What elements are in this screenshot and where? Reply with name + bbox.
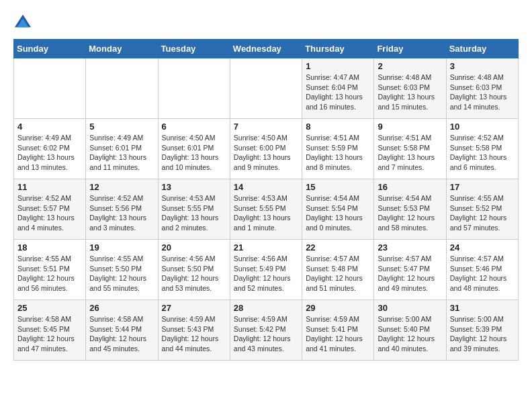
calendar-cell: 27Sunrise: 4:59 AM Sunset: 5:43 PM Dayli… <box>158 300 230 361</box>
day-info: Sunrise: 4:55 AM Sunset: 5:52 PM Dayligh… <box>450 193 515 233</box>
calendar-cell <box>158 58 230 119</box>
day-info: Sunrise: 4:50 AM Sunset: 6:00 PM Dayligh… <box>234 133 298 173</box>
day-info: Sunrise: 4:54 AM Sunset: 5:53 PM Dayligh… <box>378 193 442 233</box>
day-number: 20 <box>162 242 226 253</box>
calendar-cell: 23Sunrise: 4:57 AM Sunset: 5:47 PM Dayli… <box>374 240 446 300</box>
day-number: 5 <box>89 122 154 132</box>
day-number: 19 <box>89 242 154 253</box>
logo-icon <box>13 13 32 32</box>
day-info: Sunrise: 4:57 AM Sunset: 5:48 PM Dayligh… <box>306 254 370 293</box>
day-number: 28 <box>234 303 298 313</box>
day-number: 21 <box>234 242 298 253</box>
day-info: Sunrise: 4:58 AM Sunset: 5:44 PM Dayligh… <box>89 314 154 354</box>
day-number: 25 <box>17 303 82 313</box>
day-info: Sunrise: 4:47 AM Sunset: 6:04 PM Dayligh… <box>306 73 370 112</box>
calendar-cell: 8Sunrise: 4:51 AM Sunset: 5:59 PM Daylig… <box>302 119 374 179</box>
calendar-cell: 28Sunrise: 4:59 AM Sunset: 5:42 PM Dayli… <box>230 300 302 361</box>
calendar-cell <box>230 58 302 119</box>
day-info: Sunrise: 5:00 AM Sunset: 5:39 PM Dayligh… <box>450 314 515 354</box>
day-number: 6 <box>162 122 226 132</box>
day-number: 11 <box>17 182 82 192</box>
calendar-cell: 13Sunrise: 4:53 AM Sunset: 5:55 PM Dayli… <box>158 179 230 240</box>
day-info: Sunrise: 4:59 AM Sunset: 5:43 PM Dayligh… <box>162 314 226 354</box>
logo <box>13 13 35 32</box>
calendar-cell: 20Sunrise: 4:56 AM Sunset: 5:50 PM Dayli… <box>158 240 230 300</box>
day-number: 8 <box>306 122 370 132</box>
calendar-cell: 19Sunrise: 4:55 AM Sunset: 5:50 PM Dayli… <box>86 240 158 300</box>
day-info: Sunrise: 4:48 AM Sunset: 6:03 PM Dayligh… <box>378 73 442 112</box>
calendar-cell: 11Sunrise: 4:52 AM Sunset: 5:57 PM Dayli… <box>14 179 86 240</box>
calendar-cell: 21Sunrise: 4:56 AM Sunset: 5:49 PM Dayli… <box>230 240 302 300</box>
day-info: Sunrise: 4:55 AM Sunset: 5:50 PM Dayligh… <box>89 254 154 293</box>
day-header-sunday: Sunday <box>14 40 86 58</box>
calendar-cell: 24Sunrise: 4:57 AM Sunset: 5:46 PM Dayli… <box>446 240 518 300</box>
day-info: Sunrise: 4:53 AM Sunset: 5:55 PM Dayligh… <box>162 193 226 233</box>
day-number: 2 <box>378 61 442 71</box>
day-number: 1 <box>306 61 370 71</box>
calendar-cell: 17Sunrise: 4:55 AM Sunset: 5:52 PM Dayli… <box>446 179 518 240</box>
day-number: 23 <box>378 242 442 253</box>
day-info: Sunrise: 4:59 AM Sunset: 5:42 PM Dayligh… <box>234 314 298 354</box>
calendar-cell: 25Sunrise: 4:58 AM Sunset: 5:45 PM Dayli… <box>14 300 86 361</box>
calendar-cell: 15Sunrise: 4:54 AM Sunset: 5:54 PM Dayli… <box>302 179 374 240</box>
calendar-cell: 7Sunrise: 4:50 AM Sunset: 6:00 PM Daylig… <box>230 119 302 179</box>
day-info: Sunrise: 4:58 AM Sunset: 5:45 PM Dayligh… <box>17 314 82 354</box>
day-header-monday: Monday <box>86 40 158 58</box>
day-number: 10 <box>450 122 515 132</box>
calendar-cell <box>86 58 158 119</box>
day-number: 24 <box>450 242 515 253</box>
day-info: Sunrise: 4:52 AM Sunset: 5:56 PM Dayligh… <box>89 193 154 233</box>
day-info: Sunrise: 4:54 AM Sunset: 5:54 PM Dayligh… <box>306 193 370 233</box>
day-info: Sunrise: 4:49 AM Sunset: 6:02 PM Dayligh… <box>17 133 82 173</box>
calendar-cell: 2Sunrise: 4:48 AM Sunset: 6:03 PM Daylig… <box>374 58 446 119</box>
calendar-cell: 31Sunrise: 5:00 AM Sunset: 5:39 PM Dayli… <box>446 300 518 361</box>
day-header-thursday: Thursday <box>302 40 374 58</box>
day-header-friday: Friday <box>374 40 446 58</box>
days-header-row: SundayMondayTuesdayWednesdayThursdayFrid… <box>14 40 519 58</box>
day-number: 9 <box>378 122 442 132</box>
day-info: Sunrise: 4:52 AM Sunset: 5:57 PM Dayligh… <box>17 193 82 233</box>
calendar-cell <box>14 58 86 119</box>
day-info: Sunrise: 4:51 AM Sunset: 5:59 PM Dayligh… <box>306 133 370 173</box>
day-info: Sunrise: 4:57 AM Sunset: 5:47 PM Dayligh… <box>378 254 442 293</box>
day-number: 30 <box>378 303 442 313</box>
week-row-3: 11Sunrise: 4:52 AM Sunset: 5:57 PM Dayli… <box>14 179 519 240</box>
calendar-cell: 6Sunrise: 4:50 AM Sunset: 6:01 PM Daylig… <box>158 119 230 179</box>
day-number: 15 <box>306 182 370 192</box>
day-number: 12 <box>89 182 154 192</box>
calendar-cell: 10Sunrise: 4:52 AM Sunset: 5:58 PM Dayli… <box>446 119 518 179</box>
week-row-1: 1Sunrise: 4:47 AM Sunset: 6:04 PM Daylig… <box>14 58 519 119</box>
day-info: Sunrise: 4:52 AM Sunset: 5:58 PM Dayligh… <box>450 133 515 173</box>
day-number: 27 <box>162 303 226 313</box>
day-info: Sunrise: 4:59 AM Sunset: 5:41 PM Dayligh… <box>306 314 370 354</box>
day-info: Sunrise: 5:00 AM Sunset: 5:40 PM Dayligh… <box>378 314 442 354</box>
day-header-saturday: Saturday <box>446 40 518 58</box>
calendar-table: SundayMondayTuesdayWednesdayThursdayFrid… <box>13 39 519 361</box>
day-number: 4 <box>17 122 82 132</box>
calendar-cell: 3Sunrise: 4:48 AM Sunset: 6:03 PM Daylig… <box>446 58 518 119</box>
day-info: Sunrise: 4:50 AM Sunset: 6:01 PM Dayligh… <box>162 133 226 173</box>
day-info: Sunrise: 4:57 AM Sunset: 5:46 PM Dayligh… <box>450 254 515 293</box>
calendar-cell: 5Sunrise: 4:49 AM Sunset: 6:01 PM Daylig… <box>86 119 158 179</box>
calendar-cell: 14Sunrise: 4:53 AM Sunset: 5:55 PM Dayli… <box>230 179 302 240</box>
day-number: 3 <box>450 61 515 71</box>
day-number: 7 <box>234 122 298 132</box>
calendar-cell: 22Sunrise: 4:57 AM Sunset: 5:48 PM Dayli… <box>302 240 374 300</box>
day-number: 26 <box>89 303 154 313</box>
calendar-cell: 9Sunrise: 4:51 AM Sunset: 5:58 PM Daylig… <box>374 119 446 179</box>
calendar-cell: 26Sunrise: 4:58 AM Sunset: 5:44 PM Dayli… <box>86 300 158 361</box>
day-number: 16 <box>378 182 442 192</box>
week-row-5: 25Sunrise: 4:58 AM Sunset: 5:45 PM Dayli… <box>14 300 519 361</box>
day-number: 13 <box>162 182 226 192</box>
calendar-cell: 29Sunrise: 4:59 AM Sunset: 5:41 PM Dayli… <box>302 300 374 361</box>
day-number: 17 <box>450 182 515 192</box>
calendar-cell: 30Sunrise: 5:00 AM Sunset: 5:40 PM Dayli… <box>374 300 446 361</box>
day-info: Sunrise: 4:53 AM Sunset: 5:55 PM Dayligh… <box>234 193 298 233</box>
calendar-cell: 4Sunrise: 4:49 AM Sunset: 6:02 PM Daylig… <box>14 119 86 179</box>
calendar-cell: 18Sunrise: 4:55 AM Sunset: 5:51 PM Dayli… <box>14 240 86 300</box>
day-number: 18 <box>17 242 82 253</box>
calendar-cell: 1Sunrise: 4:47 AM Sunset: 6:04 PM Daylig… <box>302 58 374 119</box>
day-info: Sunrise: 4:48 AM Sunset: 6:03 PM Dayligh… <box>450 73 515 112</box>
day-header-tuesday: Tuesday <box>158 40 230 58</box>
week-row-4: 18Sunrise: 4:55 AM Sunset: 5:51 PM Dayli… <box>14 240 519 300</box>
